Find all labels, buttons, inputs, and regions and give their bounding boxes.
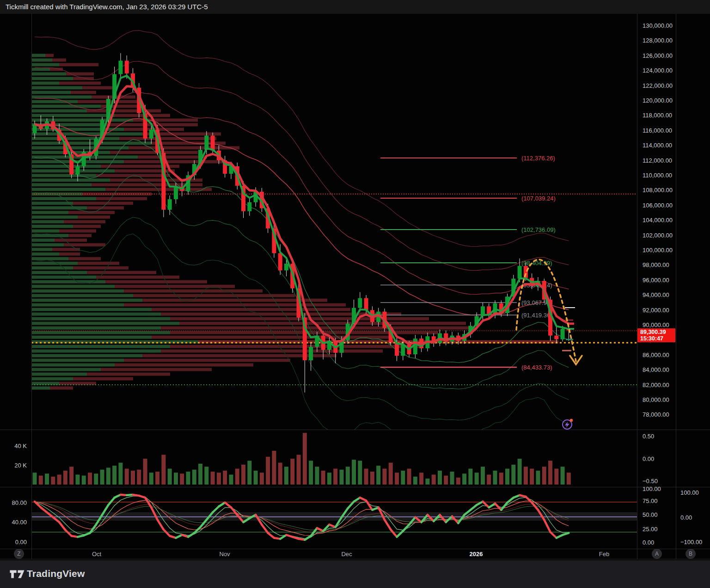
candle-body [364, 298, 368, 310]
volume-profile-row [59, 253, 80, 256]
candle-body [75, 166, 80, 175]
volume-bar [327, 473, 331, 485]
candle-body [518, 266, 522, 279]
oscillator-pane[interactable] [0, 487, 710, 549]
candle-body [149, 130, 153, 139]
osc-main-line-segment [41, 508, 47, 513]
price-scale-2-border [676, 14, 676, 559]
volume-tick-label: 20 K [0, 462, 27, 469]
candle-body [561, 329, 565, 339]
osc-main-line-segment [225, 503, 231, 508]
volume-bar [346, 467, 350, 485]
volume-profile-row [31, 294, 133, 297]
tradingview-chart-window: Tickmill created with TradingView.com, J… [0, 0, 710, 588]
volume-profile-row [179, 322, 466, 325]
pane-separator[interactable] [0, 430, 710, 430]
volume-profile-row [31, 216, 78, 219]
osc-main-line-segment [305, 536, 311, 540]
volume-bar [542, 467, 546, 485]
volume-bar [511, 465, 515, 485]
price-tick-label: 102,000.00 [643, 231, 673, 238]
price-tick-label: 98,000.00 [643, 261, 669, 268]
main-plot[interactable]: (112,376.26)(107,039.24)(102,736.09)(98,… [31, 30, 637, 430]
price-tick-label: 80,000.00 [643, 396, 669, 403]
scale-b-button[interactable]: B [686, 549, 696, 559]
volume-bar [444, 476, 448, 485]
osc-main-line-segment [65, 530, 71, 536]
volume-bar [462, 473, 466, 485]
volume-profile-row [73, 225, 101, 228]
volume-profile-row [68, 211, 115, 214]
pane-separator[interactable] [0, 487, 710, 487]
price-tick-label: 104,000.00 [643, 217, 673, 224]
volume-profile-row [78, 216, 110, 219]
volume-profile-row [52, 59, 66, 62]
volume-pane[interactable] [0, 430, 710, 487]
price-tick-label: 100,000.00 [643, 247, 673, 254]
volume-profile-row [96, 276, 179, 279]
price-tick-label: 122,000.00 [643, 82, 673, 89]
volume-profile-row [73, 377, 133, 381]
projection-arrow-curve[interactable] [516, 260, 576, 361]
volume-bar [413, 477, 417, 485]
volume-profile-row [31, 364, 115, 367]
left-scale-border [31, 14, 32, 559]
main-price-pane[interactable]: (112,376.26)(107,039.24)(102,736.09)(98,… [0, 14, 710, 430]
candle-body [211, 136, 215, 151]
scale-a-button[interactable]: A [652, 549, 662, 559]
osc-right2-tick-label: 0.00 [680, 514, 692, 521]
volume-tick-label: 40 K [0, 443, 27, 449]
volume-profile-row [31, 248, 52, 251]
osc-tick-label: 80.00 [0, 499, 27, 506]
volume-bar [198, 464, 202, 485]
osc-main-line-segment [391, 529, 397, 537]
volume-profile-row [31, 257, 68, 261]
price-scale-border [637, 14, 637, 559]
volume-bar [204, 467, 208, 485]
tradingview-logo-icon[interactable] [9, 567, 25, 581]
volume-bar [290, 459, 294, 485]
footer-bar: TradingView [0, 560, 710, 588]
volume-bar [554, 469, 558, 485]
price-level-label: (107,039.24) [521, 195, 556, 202]
volume-bar [217, 473, 221, 485]
volume-bar [370, 472, 374, 485]
volume-profile-row [31, 114, 115, 117]
volume-profile-row [68, 234, 92, 237]
volume-bar [131, 471, 135, 485]
volume-bar [266, 457, 270, 485]
candle-body [125, 61, 129, 73]
volume-bar [88, 473, 92, 485]
volume-bar [389, 463, 393, 485]
countdown-timer: 15:30:47 [640, 335, 675, 342]
volume-bar [272, 451, 276, 485]
volume-profile-row [31, 354, 142, 358]
osc-right-tick-label: 75.00 [643, 497, 658, 504]
volume-profile-row [64, 220, 105, 224]
volume-bar [333, 469, 337, 485]
volume-profile-row [31, 183, 92, 187]
volume-profile-row [31, 188, 105, 191]
osc-right2-tick-label: −100.00 [680, 539, 702, 546]
volume-bar [321, 471, 325, 485]
volume-profile-row [31, 373, 87, 376]
time-axis-label: Nov [219, 551, 230, 558]
tradingview-logo-text[interactable]: TradingView [27, 568, 85, 579]
osc-right-tick-label: 50.00 [643, 511, 658, 518]
osc-main-line-segment [158, 520, 164, 529]
volume-profile-row [31, 243, 64, 247]
price-tick-label: 106,000.00 [643, 201, 673, 208]
osc-main-line-segment [483, 502, 489, 508]
volume-bar [303, 433, 307, 485]
candle-body [554, 335, 558, 339]
volume-bar [315, 467, 319, 485]
price-tick-label: 86,000.00 [643, 351, 669, 358]
price-tick-label: 96,000.00 [643, 276, 669, 283]
volume-profile-row [31, 239, 55, 242]
osc-main-line-segment [59, 522, 65, 530]
notification-dot [570, 419, 573, 422]
scale-z-button[interactable]: Z [14, 549, 24, 559]
volume-profile-row [31, 285, 115, 288]
flash-icon[interactable] [561, 418, 575, 431]
candle-body [358, 298, 362, 308]
